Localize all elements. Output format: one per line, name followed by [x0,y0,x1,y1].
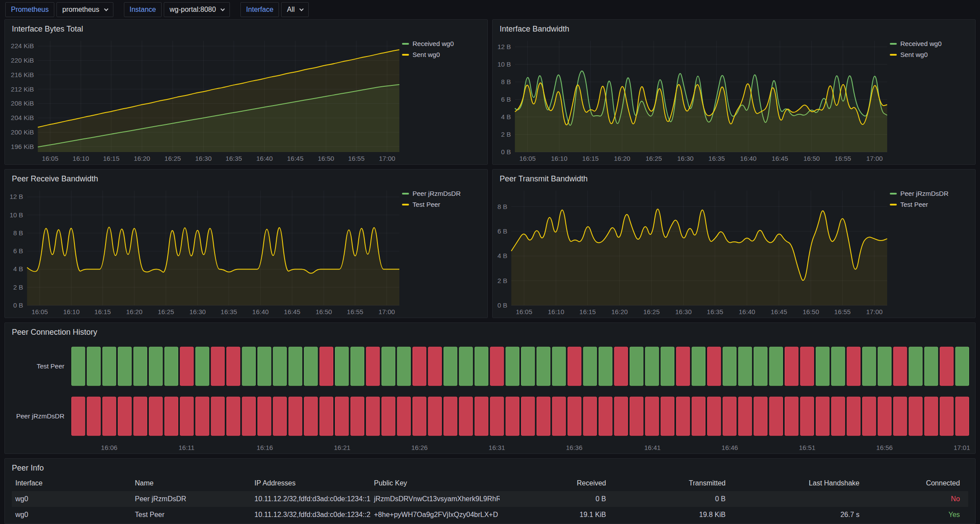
state-bar[interactable] [366,347,379,386]
state-bar[interactable] [382,347,395,386]
state-bar[interactable] [893,397,906,435]
column-header-public-key[interactable]: Public Key [370,479,500,487]
timeseries-chart-peer-receive-bandwidth[interactable]: 0 B2 B4 B6 B8 B10 B12 B16:0516:1016:1516… [5,186,402,318]
timeseries-chart-peer-transmit-bandwidth[interactable]: 0 B2 B4 B6 B8 B16:0516:1016:1516:2016:25… [493,186,890,318]
state-bar[interactable] [723,397,736,435]
state-bar[interactable] [475,347,488,386]
state-bar[interactable] [940,397,953,435]
state-bar[interactable] [475,397,488,435]
state-bar[interactable] [506,347,519,386]
state-bar[interactable] [614,347,627,386]
legend-item[interactable]: Sent wg0 [890,51,970,58]
state-bar[interactable] [413,347,426,386]
state-bar[interactable] [661,397,674,435]
state-bar[interactable] [382,397,395,435]
state-bar[interactable] [351,347,364,386]
state-bar[interactable] [909,347,922,386]
timeseries-chart-interface-bandwidth[interactable]: 0 B2 B4 B6 B8 B10 B12 B16:0516:1016:1516… [493,36,890,164]
state-bar[interactable] [754,397,767,435]
panel-title-interface-bandwidth[interactable]: Interface Bandwidth [493,20,975,36]
state-bar[interactable] [522,397,535,435]
state-bar[interactable] [738,347,751,386]
panel-title-peer-info[interactable]: Peer Info [5,459,975,475]
state-bar[interactable] [366,397,379,435]
state-bar[interactable] [242,347,255,386]
state-bar[interactable] [583,347,596,386]
state-bar[interactable] [552,347,565,386]
state-bar[interactable] [816,347,829,386]
state-bar[interactable] [940,347,953,386]
panel-title-peer-connection-history[interactable]: Peer Connection History [5,323,975,340]
panel-title-interface-bytes-total[interactable]: Interface Bytes Total [5,20,487,36]
timeseries-chart-interface-bytes-total[interactable]: 196 KiB200 KiB204 KiB208 KiB212 KiB216 K… [5,36,402,164]
state-bar[interactable] [723,347,736,386]
state-bar[interactable] [72,347,85,386]
state-bar[interactable] [242,397,255,435]
column-header-ip-addresses[interactable]: IP Addresses [251,479,370,487]
state-bar[interactable] [196,397,209,435]
state-bar[interactable] [459,397,472,435]
chart-canvas[interactable]: 0 B2 B4 B6 B8 B10 B12 B16:0516:1016:1516… [493,36,890,164]
state-bar[interactable] [677,347,690,386]
state-bar[interactable] [738,397,751,435]
state-bar[interactable] [490,347,504,386]
state-bar[interactable] [289,397,302,435]
state-bar[interactable] [614,397,627,435]
state-bar[interactable] [800,397,814,435]
state-bar[interactable] [102,347,116,386]
state-bar[interactable] [708,347,721,386]
state-bar[interactable] [87,347,100,386]
state-bar[interactable] [583,397,596,435]
state-bar[interactable] [211,347,224,386]
state-bar[interactable] [351,397,364,435]
state-bar[interactable] [227,397,240,435]
state-bar[interactable] [893,347,906,386]
state-bar[interactable] [134,397,147,435]
state-bar[interactable] [955,347,969,386]
state-bar[interactable] [459,347,472,386]
state-bar[interactable] [413,397,426,435]
state-bar[interactable] [211,397,224,435]
state-bar[interactable] [769,347,783,386]
state-bar[interactable] [677,397,690,435]
column-header-name[interactable]: Name [131,479,251,487]
panel-title-peer-transmit-bandwidth[interactable]: Peer Transmit Bandwidth [493,170,975,186]
state-bar[interactable] [708,397,721,435]
state-bar[interactable] [878,397,891,435]
state-bar[interactable] [522,347,535,386]
state-bar[interactable] [397,347,410,386]
state-bar[interactable] [692,397,705,435]
state-bar[interactable] [537,397,550,435]
state-bar[interactable] [630,347,643,386]
state-bar[interactable] [537,347,550,386]
state-bar[interactable] [227,347,240,386]
state-bar[interactable] [335,397,349,435]
chart-canvas[interactable]: 0 B2 B4 B6 B8 B10 B12 B16:0516:1016:1516… [5,186,402,318]
state-bar[interactable] [599,347,612,386]
state-bar[interactable] [180,397,193,435]
state-bar[interactable] [397,397,410,435]
state-bar[interactable] [769,397,783,435]
state-bar[interactable] [599,397,612,435]
state-bar[interactable] [196,347,209,386]
state-bar[interactable] [258,347,271,386]
state-bar[interactable] [335,347,349,386]
chart-canvas[interactable]: 196 KiB200 KiB204 KiB208 KiB212 KiB216 K… [5,36,402,164]
legend-item[interactable]: Test Peer [890,201,970,208]
state-bar[interactable] [863,347,876,386]
state-bar[interactable] [118,347,131,386]
column-header-received[interactable]: Received [500,479,610,487]
legend-item[interactable]: Received wg0 [890,40,970,47]
state-bar[interactable] [785,347,798,386]
state-bar[interactable] [568,397,581,435]
state-timeline-chart[interactable]: Test PeerPeer jRzmDsDR16:0616:1116:1616:… [5,340,975,453]
legend-item[interactable]: Test Peer [402,201,482,208]
state-bar[interactable] [661,347,674,386]
column-header-last-handshake[interactable]: Last Handshake [729,479,863,487]
state-bar[interactable] [320,347,333,386]
state-bar[interactable] [444,347,457,386]
state-bar[interactable] [134,347,147,386]
var-select-instance[interactable]: wg-portal:8080 [164,2,230,17]
state-bar[interactable] [568,347,581,386]
chart-canvas[interactable]: 0 B2 B4 B6 B8 B16:0516:1016:1516:2016:25… [493,186,890,318]
